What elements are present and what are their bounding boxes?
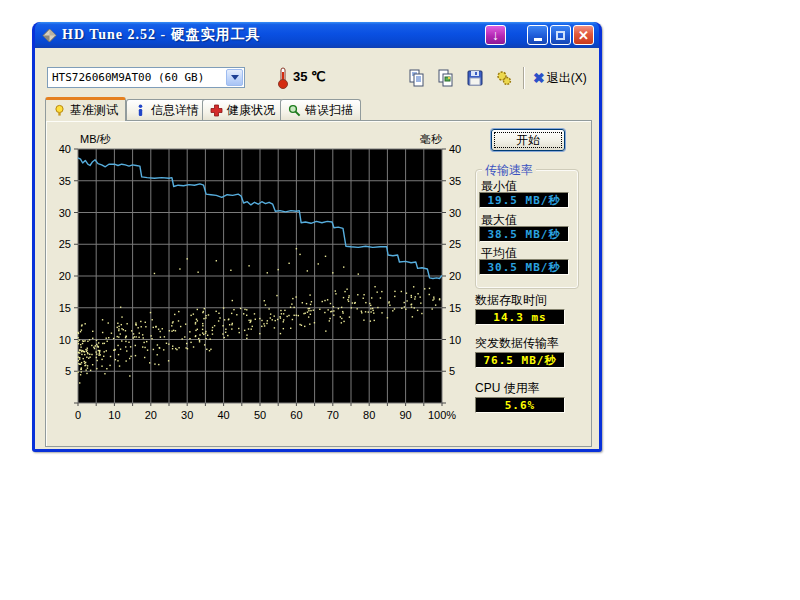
burst-rate-value: 76.5 MB/秒: [484, 353, 557, 368]
toolbar-separator: [523, 67, 525, 89]
cpu-usage-display: 5.6%: [475, 397, 565, 413]
drive-select-arrow-button[interactable]: [226, 69, 243, 86]
svg-text:30: 30: [181, 409, 193, 421]
tab-label: 错误扫描: [305, 102, 353, 119]
svg-text:毫秒: 毫秒: [420, 133, 443, 145]
access-time-value: 14.3 ms: [493, 311, 546, 324]
close-button[interactable]: ✕: [573, 25, 594, 45]
window-title: HD Tune 2.52 - 硬盘实用工具: [62, 26, 261, 44]
svg-text:40: 40: [449, 143, 461, 155]
options-icon: [495, 69, 513, 87]
burst-rate-label: 突发数据传输率: [475, 335, 559, 352]
cpu-usage-label: CPU 使用率: [475, 380, 540, 397]
drive-select-value: HTS726060M9AT00 (60 GB): [48, 71, 226, 84]
exit-button[interactable]: ✖ 退出(X): [531, 67, 589, 89]
svg-text:15: 15: [59, 302, 71, 314]
avg-value: 30.5 MB/秒: [488, 260, 561, 275]
titlebar[interactable]: HD Tune 2.52 - 硬盘实用工具 ↓ ✕: [35, 22, 599, 48]
copy-image-button[interactable]: [434, 67, 458, 89]
access-time-display: 14.3 ms: [475, 309, 565, 325]
svg-text:90: 90: [399, 409, 411, 421]
avg-value-display: 30.5 MB/秒: [479, 259, 569, 275]
svg-text:40: 40: [217, 409, 229, 421]
svg-text:MB/秒: MB/秒: [80, 133, 112, 145]
maximize-button[interactable]: [550, 25, 571, 45]
client-area: HTS726060M9AT00 (60 GB) 35 ℃: [35, 48, 599, 449]
svg-text:70: 70: [327, 409, 339, 421]
svg-text:20: 20: [145, 409, 157, 421]
exit-x-icon: ✖: [533, 70, 545, 86]
chevron-down-icon: [231, 75, 239, 80]
burst-rate-display: 76.5 MB/秒: [475, 352, 565, 368]
max-value: 38.5 MB/秒: [488, 227, 561, 242]
tab-label: 信息详情: [151, 102, 199, 119]
close-icon: ✕: [578, 29, 589, 42]
svg-text:30: 30: [449, 207, 461, 219]
svg-text:15: 15: [449, 302, 461, 314]
error-scan-icon: [288, 104, 301, 117]
copy-text-icon: [408, 69, 426, 87]
svg-text:20: 20: [449, 270, 461, 282]
desktop: HD Tune 2.52 - 硬盘实用工具 ↓ ✕ HTS726060M9AT0…: [0, 0, 800, 600]
svg-text:35: 35: [59, 175, 71, 187]
min-value: 19.5 MB/秒: [488, 193, 561, 208]
options-button[interactable]: [492, 67, 516, 89]
exit-label: 退出(X): [547, 70, 587, 87]
svg-text:20: 20: [59, 270, 71, 282]
tab-label: 健康状况: [227, 102, 275, 119]
svg-text:80: 80: [363, 409, 375, 421]
svg-text:25: 25: [59, 238, 71, 250]
svg-text:30: 30: [59, 207, 71, 219]
temperature-value: 35 ℃: [293, 69, 326, 84]
cpu-usage-value: 5.6%: [505, 399, 536, 412]
svg-text:0: 0: [75, 409, 81, 421]
drive-select[interactable]: HTS726060M9AT00 (60 GB): [47, 67, 245, 88]
tab-label: 基准测试: [70, 102, 118, 119]
svg-text:10: 10: [59, 334, 71, 346]
tab-health[interactable]: 健康状况: [202, 99, 283, 121]
transfer-rate-group-title: 传输速率: [482, 162, 536, 179]
copy-image-icon: [437, 69, 455, 87]
minimize-button[interactable]: [527, 25, 548, 45]
svg-text:35: 35: [449, 175, 461, 187]
svg-text:25: 25: [449, 238, 461, 250]
svg-text:5: 5: [449, 365, 455, 377]
benchmark-icon: [53, 104, 66, 117]
svg-text:100%: 100%: [428, 409, 456, 421]
save-icon: [466, 69, 484, 87]
svg-text:10: 10: [108, 409, 120, 421]
tab-benchmark[interactable]: 基准测试: [45, 97, 126, 121]
download-button[interactable]: ↓: [485, 25, 506, 45]
svg-text:10: 10: [449, 334, 461, 346]
app-icon: [42, 28, 57, 43]
save-button[interactable]: [463, 67, 487, 89]
tab-info[interactable]: 信息详情: [126, 99, 207, 121]
svg-text:5: 5: [65, 365, 71, 377]
minimize-icon: [534, 38, 542, 41]
info-icon: [134, 104, 147, 117]
access-time-label: 数据存取时间: [475, 292, 547, 309]
svg-text:40: 40: [59, 143, 71, 155]
min-value-display: 19.5 MB/秒: [479, 192, 569, 208]
thermometer-icon: [277, 66, 289, 90]
hdtune-window: HD Tune 2.52 - 硬盘实用工具 ↓ ✕ HTS726060M9AT0…: [32, 22, 602, 452]
copy-text-button[interactable]: [405, 67, 429, 89]
start-button[interactable]: 开始: [491, 129, 565, 151]
download-arrow-icon: ↓: [492, 28, 499, 42]
health-icon: [210, 104, 223, 117]
max-value-display: 38.5 MB/秒: [479, 226, 569, 242]
maximize-icon: [556, 31, 565, 40]
svg-text:50: 50: [254, 409, 266, 421]
svg-text:60: 60: [290, 409, 302, 421]
benchmark-tab-page: 4040353530302525202015151010550102030405…: [45, 120, 592, 447]
start-button-label: 开始: [516, 132, 540, 149]
tab-bar: 基准测试 信息详情 健康状况: [35, 99, 599, 121]
tab-error-scan[interactable]: 错误扫描: [280, 99, 361, 121]
